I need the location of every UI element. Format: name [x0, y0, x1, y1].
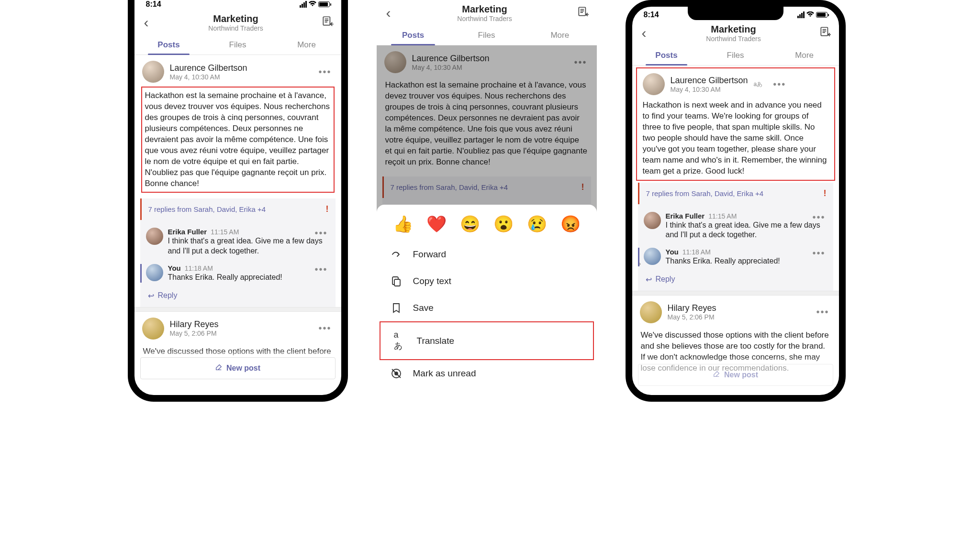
- post-author: Hilary Reyes: [170, 319, 219, 329]
- action-forward[interactable]: Forward: [377, 241, 597, 268]
- reply-author: You: [666, 248, 679, 256]
- channel-title: Marketing: [393, 4, 577, 15]
- reply-text[interactable]: Thanks Erika. Really appreciated!: [666, 256, 828, 266]
- avatar[interactable]: [142, 61, 164, 83]
- action-label: Save: [413, 303, 434, 313]
- reply-text[interactable]: Thanks Erika. Really appreciated!: [168, 273, 330, 283]
- important-icon: !: [326, 204, 329, 214]
- tab-files[interactable]: Files: [701, 45, 770, 65]
- post-author: Laurence Gilbertson: [671, 76, 748, 86]
- avatar[interactable]: [643, 73, 665, 95]
- reply-button[interactable]: ↩ Reply: [146, 286, 330, 305]
- action-mark-unread[interactable]: Mark as unread: [377, 360, 597, 387]
- reply-text[interactable]: I think that's a great idea. Give me a f…: [168, 236, 330, 256]
- reaction-angry[interactable]: 😡: [560, 214, 581, 233]
- avatar[interactable]: [142, 318, 164, 340]
- reply-arrow-icon: ↩: [148, 291, 154, 300]
- reply-text[interactable]: I think that's a great idea. Give me a f…: [666, 220, 828, 241]
- svg-rect-2: [394, 279, 400, 286]
- translate-icon: aあ: [394, 330, 406, 351]
- post-body[interactable]: Hackathon is next week and in advance yo…: [643, 99, 828, 177]
- tab-posts[interactable]: Posts: [377, 25, 450, 45]
- important-icon: !: [824, 188, 827, 198]
- channel-options-icon[interactable]: [321, 15, 334, 30]
- reply-more-icon[interactable]: •••: [810, 210, 827, 225]
- tabs: Posts Files More: [134, 34, 341, 55]
- phone-notch: [688, 7, 783, 20]
- reaction-sad[interactable]: 😢: [527, 214, 547, 233]
- tab-more[interactable]: More: [272, 34, 341, 55]
- channel-subtitle: Northwind Traders: [393, 15, 577, 22]
- back-button[interactable]: ‹: [142, 12, 151, 33]
- message-action-sheet: 👍 ❤️ 😄 😮 😢 😡 Forward Copy text: [377, 205, 597, 390]
- back-button[interactable]: ‹: [640, 23, 649, 43]
- tab-files[interactable]: Files: [450, 25, 523, 45]
- replies-summary-text: 7 replies from Sarah, David, Erika +4: [148, 205, 266, 213]
- back-button[interactable]: ‹: [384, 3, 393, 23]
- compose-icon: [215, 363, 223, 373]
- signal-icon: [797, 11, 805, 18]
- avatar[interactable]: [146, 228, 163, 245]
- post-more-icon[interactable]: •••: [771, 77, 788, 92]
- reply-more-icon[interactable]: •••: [810, 246, 827, 261]
- replies-summary[interactable]: 7 replies from Sarah, David, Erika +4 !: [140, 198, 336, 220]
- action-label: Forward: [413, 249, 447, 260]
- avatar[interactable]: [640, 301, 662, 323]
- status-icons: [300, 0, 330, 8]
- avatar[interactable]: [644, 248, 661, 265]
- reply-more-icon[interactable]: •••: [313, 226, 329, 241]
- new-post-button[interactable]: New post: [638, 364, 833, 386]
- action-label: Mark as unread: [413, 368, 476, 379]
- channel-title: Marketing: [649, 24, 819, 35]
- avatar[interactable]: [644, 212, 661, 229]
- phone-2: ‹ Marketing Northwind Traders Posts File…: [377, 0, 597, 392]
- reactions-row: 👍 ❤️ 😄 😮 😢 😡: [377, 211, 597, 241]
- reply-erika: Erika Fuller11:15 AM I think that's a gr…: [146, 224, 330, 260]
- new-post-label: New post: [724, 371, 758, 379]
- unread-icon: [390, 368, 403, 379]
- reply-thread: Erika Fuller11:15 AM I think that's a gr…: [638, 204, 833, 291]
- tab-posts[interactable]: Posts: [134, 34, 203, 55]
- status-time: 8:14: [644, 11, 659, 19]
- avatar[interactable]: [146, 264, 163, 281]
- copy-icon: [390, 275, 403, 287]
- replies-summary[interactable]: 7 replies from Sarah, David, Erika +4 !: [638, 183, 833, 204]
- channel-options-icon[interactable]: [819, 26, 831, 40]
- tab-posts[interactable]: Posts: [632, 45, 701, 65]
- channel-options-icon[interactable]: [577, 6, 589, 20]
- reaction-thumbsup[interactable]: 👍: [393, 214, 413, 233]
- channel-header: ‹ Marketing Northwind Traders: [377, 0, 597, 25]
- action-copy[interactable]: Copy text: [377, 268, 597, 295]
- new-post-label: New post: [226, 364, 260, 373]
- new-post-button[interactable]: New post: [140, 357, 336, 379]
- reaction-heart[interactable]: ❤️: [426, 214, 447, 233]
- reply-button[interactable]: ↩ Reply: [644, 270, 828, 289]
- status-icons: [797, 11, 828, 19]
- post-body[interactable]: Hackathon est la semaine prochaine et à …: [141, 87, 335, 193]
- action-save[interactable]: Save: [377, 295, 597, 321]
- post-timestamp: May 5, 2:06 PM: [668, 313, 716, 321]
- channel-subtitle: Northwind Traders: [649, 35, 819, 43]
- collapse-chevron-icon[interactable]: ›: [639, 260, 641, 267]
- own-message-marker: [140, 264, 142, 283]
- reply-more-icon[interactable]: •••: [313, 262, 329, 277]
- tabs: Posts Files More: [632, 45, 839, 66]
- post-more-icon[interactable]: •••: [316, 321, 333, 336]
- tab-more[interactable]: More: [770, 45, 839, 65]
- reply-you: › You11:18 AM Thanks Erika. Really appre…: [644, 244, 828, 270]
- reply-you: You11:18 AM Thanks Erika. Really appreci…: [146, 260, 330, 286]
- reply-author: You: [168, 264, 181, 272]
- reply-thread: Erika Fuller11:15 AM I think that's a gr…: [140, 220, 336, 307]
- tab-more[interactable]: More: [523, 25, 596, 45]
- reaction-surprised[interactable]: 😮: [493, 214, 514, 233]
- bookmark-icon: [390, 302, 403, 314]
- tab-files[interactable]: Files: [203, 34, 272, 55]
- post-more-icon[interactable]: •••: [316, 65, 333, 79]
- post-more-icon[interactable]: •••: [814, 305, 831, 319]
- reply-time: 11:15 AM: [708, 212, 737, 220]
- reaction-laugh[interactable]: 😄: [460, 214, 480, 233]
- channel-subtitle: Northwind Traders: [151, 24, 321, 32]
- action-translate[interactable]: aあ Translate: [380, 321, 594, 360]
- tabs: Posts Files More: [377, 25, 597, 45]
- translated-badge-icon: aあ: [754, 80, 763, 88]
